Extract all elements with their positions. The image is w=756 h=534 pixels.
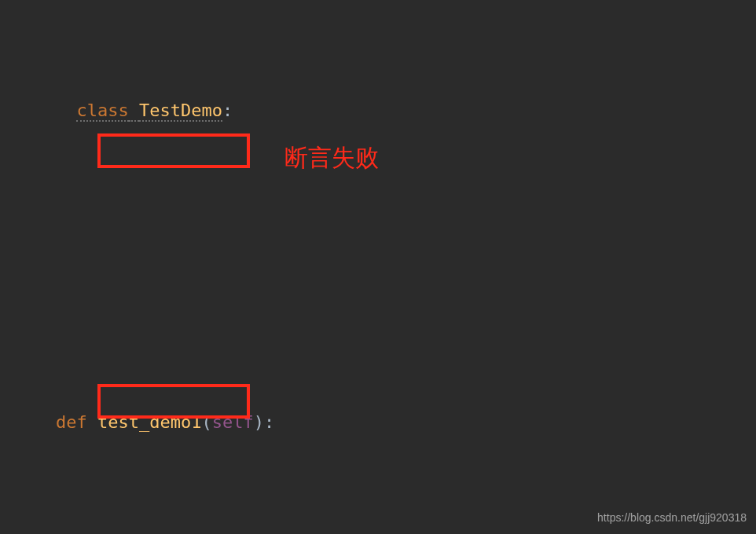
code-editor[interactable]: class TestDemo: def test_demo1(self): pr… (0, 0, 756, 534)
param-self: self (212, 412, 254, 432)
class-name: TestDemo (139, 101, 222, 122)
code-line[interactable] (3, 251, 756, 282)
annotation-assert-fail: 断言失败 (284, 137, 379, 179)
keyword-def: def (56, 412, 87, 432)
code-line[interactable]: class TestDemo: (3, 95, 756, 126)
code-line[interactable]: def test_demo1(self): (3, 407, 756, 438)
watermark-text: https://blog.csdn.net/gjj920318 (597, 508, 747, 528)
keyword-class: class (76, 101, 128, 122)
function-name: test_demo1 (97, 412, 201, 432)
